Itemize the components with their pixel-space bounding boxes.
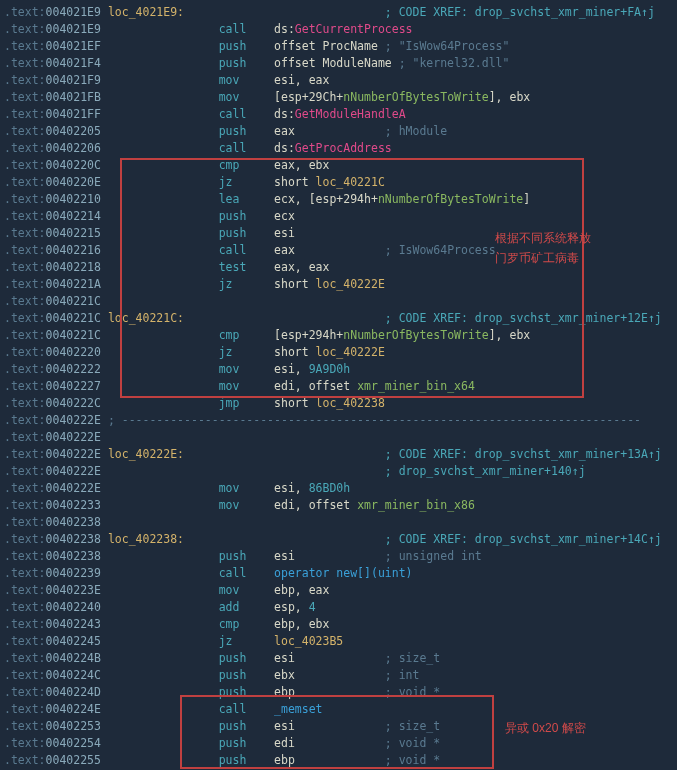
instr-line: .text:0040220E jz short loc_40221C: [4, 174, 673, 191]
instr-line: .text:004021FB mov [esp+29Ch+nNumberOfBy…: [4, 89, 673, 106]
instr-line: .text:0040224C push ebx ; int: [4, 667, 673, 684]
instr-line: .text:00402210 lea ecx, [esp+294h+nNumbe…: [4, 191, 673, 208]
instr-line: .text:004021EF push offset ProcName ; "I…: [4, 38, 673, 55]
instr-line: .text:00402205 push eax ; hModule: [4, 123, 673, 140]
instr-line: .text:0040224D push ebp ; void *: [4, 684, 673, 701]
instr-line: .text:00402233 mov edi, offset xmr_miner…: [4, 497, 673, 514]
divider: .text:0040222E ; -----------------------…: [4, 412, 673, 429]
instr-line: .text:00402238 push esi ; unsigned int: [4, 548, 673, 565]
label-line: .text:0040221C loc_40221C: ; CODE XREF: …: [4, 310, 673, 327]
instr-line: .text:0040224B push esi ; size_t: [4, 650, 673, 667]
instr-line: .text:004021F9 mov esi, eax: [4, 72, 673, 89]
instr-line: .text:0040222E mov esi, 86BD0h: [4, 480, 673, 497]
label-line: .text:0040222E loc_40222E: ; CODE XREF: …: [4, 446, 673, 463]
instr-line: .text:0040224E call _memset: [4, 701, 673, 718]
blank-line: .text:00402238: [4, 514, 673, 531]
disassembly-view: .text:004021E9 loc_4021E9: ; CODE XREF: …: [4, 4, 673, 770]
label-line: .text:00402238 loc_402238: ; CODE XREF: …: [4, 531, 673, 548]
instr-line: .text:00402254 push edi ; void *: [4, 735, 673, 752]
instr-line: .text:0040223E mov ebp, eax: [4, 582, 673, 599]
instr-line: .text:00402220 jz short loc_40222E: [4, 344, 673, 361]
instr-line: .text:00402222 mov esi, 9A9D0h: [4, 361, 673, 378]
instr-line: .text:00402206 call ds:GetProcAddress: [4, 140, 673, 157]
xref-cont: .text:0040222E ; drop_svchst_xmr_miner+1…: [4, 463, 673, 480]
instr-line: .text:00402255 push ebp ; void *: [4, 752, 673, 769]
annotation-arch-1: 根据不同系统释放: [495, 230, 591, 247]
instr-line: .text:00402240 add esp, 4: [4, 599, 673, 616]
instr-line: .text:004021FF call ds:GetModuleHandleA: [4, 106, 673, 123]
instr-line: .text:004021F4 push offset ModuleName ; …: [4, 55, 673, 72]
instr-line: .text:0040222C jmp short loc_402238: [4, 395, 673, 412]
blank-line: .text:0040221C: [4, 293, 673, 310]
instr-line: .text:00402227 mov edi, offset xmr_miner…: [4, 378, 673, 395]
instr-line: .text:00402245 jz loc_4023B5: [4, 633, 673, 650]
annotation-arch-2: 门罗币矿工病毒: [495, 250, 579, 267]
blank-line: .text:0040222E: [4, 429, 673, 446]
instr-line: .text:0040221A jz short loc_40222E: [4, 276, 673, 293]
instr-line: .text:00402243 cmp ebp, ebx: [4, 616, 673, 633]
label-line: .text:004021E9 loc_4021E9: ; CODE XREF: …: [4, 4, 673, 21]
instr-line: .text:00402214 push ecx: [4, 208, 673, 225]
instr-line: .text:00402239 call operator new[](uint): [4, 565, 673, 582]
instr-line: .text:0040220C cmp eax, ebx: [4, 157, 673, 174]
annotation-xor: 异或 0x20 解密: [505, 720, 586, 737]
instr-line: .text:0040221C cmp [esp+294h+nNumberOfBy…: [4, 327, 673, 344]
instr-line: .text:004021E9 call ds:GetCurrentProcess: [4, 21, 673, 38]
